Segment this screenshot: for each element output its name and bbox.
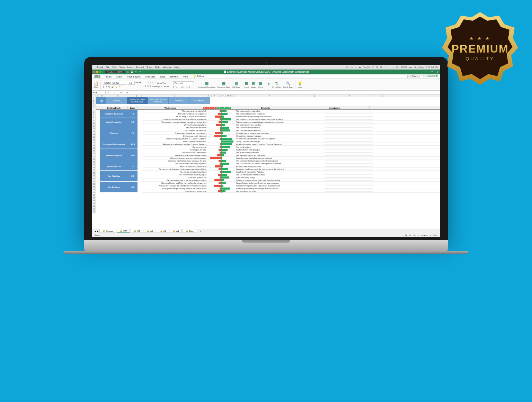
data-row[interactable]: Our Key Resources are easily replicatedO… (142, 162, 440, 165)
annotation-cell[interactable] (325, 144, 373, 145)
col-header[interactable]: A (96, 95, 100, 97)
annotation-cell[interactable] (325, 191, 373, 192)
data-row[interactable]: Execution quality is lowExecution qualit… (142, 176, 440, 179)
tab-data[interactable]: Data (160, 75, 166, 78)
data-row[interactable]: We execute too many or too few activitie… (142, 179, 440, 182)
annotation-cell[interactable] (325, 111, 373, 111)
data-row[interactable]: Key Activity execution is inefficientWe … (142, 171, 440, 173)
font-color-icon[interactable]: A (119, 86, 120, 88)
data-row[interactable]: We incur high costs before we collect re… (142, 157, 440, 159)
nav-sw[interactable]: STRENGHTS AND WEAKNESSES (127, 97, 148, 104)
tab-view[interactable]: View (183, 75, 188, 78)
align-top-icon[interactable]: ≡ (148, 82, 149, 84)
col-header[interactable]: R (325, 95, 374, 97)
annotation-cell[interactable] (325, 116, 373, 117)
data-row[interactable]: Channels are poorly matched to Customer … (142, 137, 440, 140)
data-row[interactable]: We depend on a single Revenue StreamOur … (142, 154, 440, 157)
decrease-font-icon[interactable]: A▾ (139, 81, 141, 85)
add-sheet-button[interactable]: + (198, 230, 203, 232)
redo-icon[interactable]: ↷ (139, 71, 141, 73)
wrap-text-button[interactable]: ⤶ Wrap Text (154, 82, 166, 84)
close-button[interactable] (93, 71, 95, 73)
data-row[interactable]: The customer base is not segmentedThe cu… (142, 112, 440, 115)
data-row[interactable]: Channel reach is weak among customersCha… (142, 132, 440, 135)
annotation-cell[interactable] (325, 127, 373, 128)
enter-icon[interactable]: ✓ (112, 91, 118, 94)
data-row[interactable]: There are no synergies between our produ… (142, 121, 440, 124)
data-row[interactable]: Channels are poorly integratedChannels a… (142, 135, 440, 137)
autosum-button[interactable]: Σ (267, 83, 270, 87)
data-row[interactable]: Working relationships with Key Partners … (142, 187, 440, 190)
annotation-cell[interactable] (325, 125, 373, 125)
data-row[interactable]: Relationship quality poorly matches Cust… (142, 143, 440, 146)
annotation-cell[interactable] (325, 177, 373, 178)
data-row[interactable]: Resource needs are unpredictableResource… (142, 165, 440, 168)
annotation-cell[interactable] (325, 133, 373, 134)
annotation-cell[interactable] (325, 158, 373, 158)
annotation-cell[interactable] (325, 163, 373, 164)
nav-ot[interactable]: OPPORTUNITIES AND THREATS (148, 97, 169, 104)
menu-insert[interactable]: Insert (127, 66, 134, 68)
format-cells-button[interactable]: ▦Format (258, 81, 263, 88)
view-layout-icon[interactable]: ▥ (409, 234, 411, 236)
tell-me[interactable]: 💡 Tell me (193, 75, 205, 78)
increase-font-icon[interactable]: A▴ (135, 81, 138, 85)
annotation-cell[interactable] (325, 185, 373, 186)
decimal-inc-icon[interactable]: .0→ (181, 86, 185, 88)
data-row[interactable]: Our Key Activities are easily copiedOur … (142, 173, 440, 176)
menu-data[interactable]: Data (155, 66, 160, 68)
annotation-cell[interactable] (325, 136, 373, 136)
zoom-slider[interactable]: ━━●━━ (421, 234, 428, 236)
sheet-tab[interactable]: 🔒 A3 (170, 229, 182, 233)
menu-view[interactable]: View (119, 66, 125, 68)
home-icon[interactable]: ⌂ (127, 71, 128, 73)
col-header[interactable]: S (374, 95, 391, 97)
data-row[interactable]: Our revenues are unpredictableOur revenu… (142, 151, 440, 154)
save-icon[interactable]: 💾 (130, 71, 133, 73)
undo-icon[interactable]: ↶ (135, 71, 137, 73)
menu-tools[interactable]: Tools (147, 66, 152, 68)
view-normal-icon[interactable]: ▦ (405, 234, 407, 236)
fx-icon[interactable]: fx (118, 91, 124, 94)
number-format[interactable]: General (173, 81, 194, 85)
find-select-button[interactable]: 🔍Find & Select (283, 81, 293, 88)
data-row[interactable]: Weak Customer RelationshipsStrong Custom… (142, 140, 440, 143)
minimize-button[interactable] (96, 71, 98, 73)
annotation-cell[interactable] (325, 149, 373, 150)
data-row[interactable]: The customer churn rate is highThe custo… (142, 110, 440, 112)
annotation-cell[interactable] (325, 180, 373, 181)
tab-draw[interactable]: Draw (116, 75, 122, 78)
align-mid-icon[interactable]: ≡ (150, 82, 151, 84)
data-row[interactable]: We have frequent complaintsOur customers… (142, 124, 440, 126)
bold-button[interactable]: B (103, 86, 104, 88)
user-name[interactable]: Daniel (363, 66, 370, 68)
format-table-button[interactable]: ▦Format as Table (218, 81, 230, 88)
comma-icon[interactable]: , (179, 86, 179, 88)
annotation-cell[interactable] (325, 188, 373, 189)
annotation-cell[interactable] (325, 122, 373, 122)
data-row[interactable]: Our Value Propositions and customer need… (142, 118, 440, 121)
cond-format-button[interactable]: ▦Conditional Formatting (198, 81, 215, 88)
ideas-button[interactable]: 💡Ideas (298, 81, 302, 88)
annotation-cell[interactable] (325, 147, 373, 147)
annotation-cell[interactable] (325, 166, 373, 167)
data-row[interactable]: Our brand is weakOur brand is strong (142, 146, 440, 148)
border-icon[interactable]: ▦ (112, 86, 114, 88)
data-row[interactable]: We have trouble deploying the right reso… (142, 168, 440, 171)
sheet-tab[interactable]: 🔒 Canvas (99, 229, 116, 233)
insert-cells-button[interactable]: ⊞Insert (244, 81, 249, 88)
col-header[interactable]: E (142, 95, 207, 97)
menu-edit[interactable]: Edit (113, 66, 117, 68)
tab-page-layout[interactable]: Page Layout (127, 75, 140, 78)
align-bot-icon[interactable]: ≡ (152, 82, 154, 84)
col-header[interactable]: B (100, 95, 104, 97)
sheet-tab[interactable]: 🔒 Dash (183, 229, 197, 233)
col-header[interactable]: FGHIJKLMNO (207, 95, 235, 97)
nav-dashboard[interactable]: DASHBOARD (189, 97, 210, 104)
annotation-cell[interactable] (325, 130, 373, 131)
currency-icon[interactable]: $ (173, 86, 174, 88)
maximize-button[interactable] (99, 71, 101, 73)
merge-button[interactable]: ⊞ Merge & Center (152, 85, 169, 88)
annotation-cell[interactable] (325, 138, 373, 139)
zoom-out-icon[interactable]: − (418, 234, 419, 236)
